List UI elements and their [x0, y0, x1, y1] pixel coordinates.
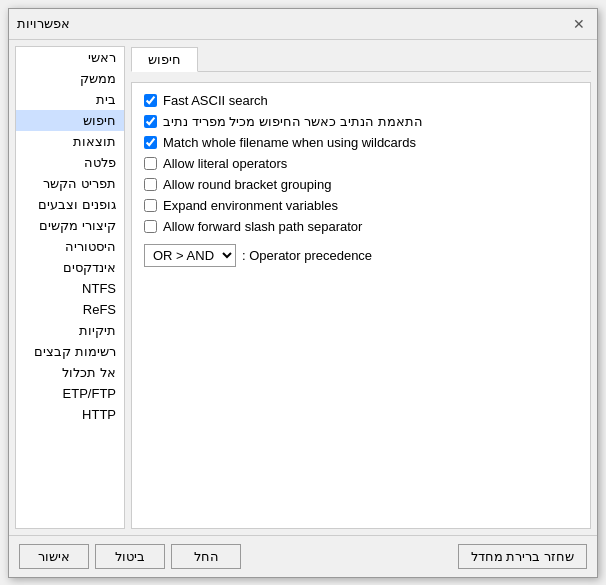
option-checkbox-allow-literal[interactable]	[144, 157, 157, 170]
cancel-button[interactable]: ביטול	[95, 544, 165, 569]
nav-item-http[interactable]: HTTP	[16, 404, 124, 425]
option-label-match-whole: Match whole filename when using wildcard…	[163, 135, 416, 150]
option-row-match-whole: Match whole filename when using wildcard…	[144, 135, 578, 150]
option-label-expand-env: Expand environment variables	[163, 198, 338, 213]
option-row-allow-round-bracket: Allow round bracket grouping	[144, 177, 578, 192]
reset-button[interactable]: שחזר ברירת מחדל	[458, 544, 587, 569]
left-panel: חיפוש Fast ASCII search התאמת הנתיב כאשר…	[131, 46, 591, 529]
close-button[interactable]: ✕	[569, 15, 589, 33]
option-label-allow-literal: Allow literal operators	[163, 156, 287, 171]
option-checkbox-expand-env[interactable]	[144, 199, 157, 212]
option-checkbox-match-filename[interactable]	[144, 115, 157, 128]
tab-bar: חיפוש	[131, 46, 591, 72]
option-label-fast-ascii: Fast ASCII search	[163, 93, 268, 108]
nav-item-colors[interactable]: גופנים וצבעים	[16, 194, 124, 215]
dialog-title: אפשרויות	[17, 16, 70, 31]
nav-item-ntfs[interactable]: NTFS	[16, 278, 124, 299]
footer-left-buttons: החל ביטול אישור	[19, 544, 241, 569]
nav-item-history[interactable]: היסטוריה	[16, 236, 124, 257]
footer-right-buttons: שחזר ברירת מחדל	[458, 544, 587, 569]
option-label-match-filename: התאמת הנתיב כאשר החיפוש מכיל מפריד נתיב	[163, 114, 423, 129]
options-dialog: ✕ אפשרויות חיפוש Fast ASCII search התאמת…	[8, 8, 598, 578]
nav-item-results[interactable]: תוצאות	[16, 131, 124, 152]
tab-search[interactable]: חיפוש	[131, 47, 198, 72]
nav-item-search[interactable]: חיפוש	[16, 110, 124, 131]
nav-item-home[interactable]: בית	[16, 89, 124, 110]
title-bar: ✕ אפשרויות	[9, 9, 597, 40]
option-row-match-filename: התאמת הנתיב כאשר החיפוש מכיל מפריד נתיב	[144, 114, 578, 129]
nav-item-indexes[interactable]: אינדקסים	[16, 257, 124, 278]
nav-item-context-menu[interactable]: תפריט הקשר	[16, 173, 124, 194]
option-checkbox-match-whole[interactable]	[144, 136, 157, 149]
option-row-expand-env: Expand environment variables	[144, 198, 578, 213]
option-label-allow-round-bracket: Allow round bracket grouping	[163, 177, 331, 192]
nav-item-exclude[interactable]: אל תכלול	[16, 362, 124, 383]
nav-item-ftp[interactable]: ETP/FTP	[16, 383, 124, 404]
nav-item-shortcuts[interactable]: קיצורי מקשים	[16, 215, 124, 236]
option-row-fast-ascii: Fast ASCII search	[144, 93, 578, 108]
option-label-allow-forward-slash: Allow forward slash path separator	[163, 219, 362, 234]
operator-precedence-row: Operator precedence : OR > AND AND > OR	[144, 244, 578, 267]
operator-precedence-select[interactable]: OR > AND AND > OR	[144, 244, 236, 267]
dialog-content: חיפוש Fast ASCII search התאמת הנתיב כאשר…	[9, 40, 597, 535]
option-checkbox-fast-ascii[interactable]	[144, 94, 157, 107]
dialog-footer: שחזר ברירת מחדל החל ביטול אישור	[9, 535, 597, 577]
right-nav-panel: ראשי ממשק בית חיפוש תוצאות פלטה תפריט הק…	[15, 46, 125, 529]
option-row-allow-forward-slash: Allow forward slash path separator	[144, 219, 578, 234]
apply-button[interactable]: החל	[171, 544, 241, 569]
operator-precedence-label: Operator precedence :	[242, 248, 372, 263]
nav-item-plugins[interactable]: תיקיות	[16, 320, 124, 341]
option-row-allow-literal: Allow literal operators	[144, 156, 578, 171]
nav-item-general[interactable]: ראשי	[16, 47, 124, 68]
nav-item-database[interactable]: ממשק	[16, 68, 124, 89]
options-area: Fast ASCII search התאמת הנתיב כאשר החיפו…	[131, 82, 591, 529]
option-checkbox-allow-round-bracket[interactable]	[144, 178, 157, 191]
ok-button[interactable]: אישור	[19, 544, 89, 569]
option-checkbox-allow-forward-slash[interactable]	[144, 220, 157, 233]
nav-item-refs[interactable]: ReFS	[16, 299, 124, 320]
nav-item-file-lists[interactable]: רשימות קבצים	[16, 341, 124, 362]
nav-item-output[interactable]: פלטה	[16, 152, 124, 173]
